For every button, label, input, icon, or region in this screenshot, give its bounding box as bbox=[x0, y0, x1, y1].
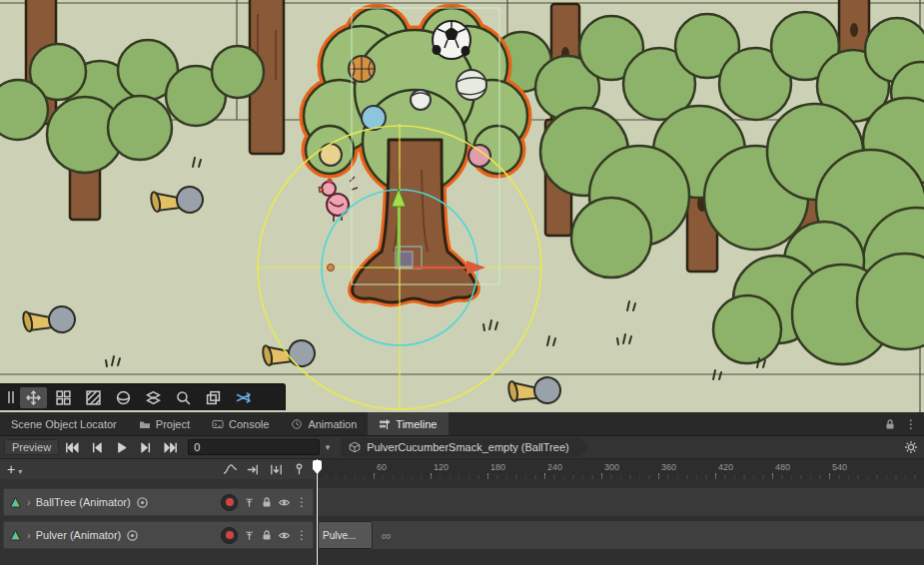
frame-dropdown-icon[interactable]: ▾ bbox=[320, 442, 336, 452]
animator-track-icon bbox=[9, 496, 22, 509]
ruler-tick: 480 bbox=[772, 459, 812, 479]
track-menu-icon[interactable]: ⋮ bbox=[296, 496, 308, 508]
breadcrumb-label: PulverCucumberSmack_empty (BallTree) bbox=[367, 441, 569, 453]
tab-project[interactable]: Project bbox=[128, 412, 201, 435]
clock-icon bbox=[291, 418, 303, 430]
console-icon bbox=[212, 418, 224, 430]
editor-window: Scene Object Locator Project Console Ani… bbox=[0, 0, 924, 565]
tab-label: Timeline bbox=[396, 418, 437, 430]
gear-icon[interactable] bbox=[904, 440, 918, 454]
scene-toolbar bbox=[0, 383, 286, 410]
track-lock-icon[interactable] bbox=[261, 496, 273, 508]
binding-target-icon[interactable] bbox=[136, 496, 149, 509]
add-track-button[interactable]: + ▾ bbox=[7, 462, 22, 476]
timeline-ruler[interactable]: 60 120 180 240 300 360 420 480 540 bbox=[317, 459, 924, 479]
marker-pin-icon[interactable] bbox=[292, 462, 307, 477]
foldout-icon[interactable]: › bbox=[27, 497, 31, 508]
ruler-tick: 180 bbox=[487, 459, 527, 479]
timeline-tracks-area: Pulve... ∞ › BallTree (Animator) ⋮ bbox=[0, 479, 924, 565]
ruler-tick: 60 bbox=[374, 459, 414, 479]
panel-menu-icon[interactable]: ⋮ bbox=[905, 418, 917, 430]
timeline-playback-bar: Preview ▾ PulverCucumberSmack_empty (Bal… bbox=[0, 436, 924, 459]
playhead-line[interactable] bbox=[317, 459, 318, 565]
tab-bar-right: ⋮ bbox=[884, 412, 924, 435]
sphere-tool-icon[interactable] bbox=[110, 387, 137, 408]
panel-tab-bar: Scene Object Locator Project Console Ani… bbox=[0, 412, 924, 436]
curves-icon[interactable] bbox=[223, 462, 238, 477]
timeline-edit-icons bbox=[223, 462, 316, 477]
track-name: Pulver (Animator) bbox=[36, 529, 122, 541]
tab-animation[interactable]: Animation bbox=[280, 412, 368, 435]
preview-toggle-button[interactable]: Preview bbox=[4, 439, 59, 455]
folder-icon bbox=[139, 418, 151, 430]
prefab-cube-icon bbox=[349, 441, 361, 453]
timeline-icon bbox=[379, 418, 391, 430]
ruler-tick: 540 bbox=[829, 459, 869, 479]
binding-target-icon[interactable] bbox=[126, 529, 139, 542]
track-name: BallTree (Animator) bbox=[36, 496, 131, 508]
track-marker-icon[interactable] bbox=[243, 529, 256, 542]
pattern-tool-icon[interactable] bbox=[80, 387, 107, 408]
track-lane-pulver[interactable]: Pulve... ∞ bbox=[317, 521, 924, 549]
record-button[interactable] bbox=[221, 494, 238, 511]
track-eye-icon[interactable] bbox=[278, 529, 291, 542]
scene-view[interactable] bbox=[0, 0, 924, 412]
previous-frame-button[interactable] bbox=[84, 438, 109, 457]
record-button[interactable] bbox=[221, 527, 238, 544]
zoom-tool-icon[interactable] bbox=[170, 387, 197, 408]
move-tool-icon[interactable] bbox=[20, 387, 47, 408]
tab-console[interactable]: Console bbox=[201, 412, 280, 435]
frame-number-input[interactable] bbox=[188, 439, 320, 455]
tab-label: Project bbox=[156, 418, 190, 430]
track-header-balltree[interactable]: › BallTree (Animator) ⋮ bbox=[3, 488, 314, 516]
track-lane-balltree[interactable] bbox=[317, 488, 924, 516]
ruler-tick: 120 bbox=[431, 459, 470, 479]
tab-timeline[interactable]: Timeline bbox=[368, 412, 448, 435]
track-menu-icon[interactable]: ⋮ bbox=[296, 529, 308, 541]
tab-label: Scene Object Locator bbox=[11, 418, 117, 430]
foldout-icon[interactable]: › bbox=[27, 530, 31, 541]
go-to-start-button[interactable] bbox=[59, 438, 84, 457]
track-header-pulver[interactable]: › Pulver (Animator) ⋮ bbox=[3, 521, 314, 549]
scene-canvas[interactable] bbox=[0, 0, 924, 412]
yellow-ball[interactable] bbox=[320, 144, 342, 166]
track-header-column: › BallTree (Animator) ⋮ › Pulver (Animat… bbox=[0, 479, 317, 565]
edge-snap-icon[interactable] bbox=[246, 462, 261, 477]
add-track-label: + bbox=[7, 462, 15, 476]
loop-infinity-icon: ∞ bbox=[382, 521, 391, 549]
track-marker-icon[interactable] bbox=[243, 496, 256, 509]
lock-icon[interactable] bbox=[884, 418, 896, 430]
volleyball[interactable] bbox=[457, 70, 486, 100]
insert-frame-icon[interactable] bbox=[269, 462, 284, 477]
animation-clip[interactable]: Pulve... bbox=[318, 521, 373, 549]
tab-label: Console bbox=[229, 418, 269, 430]
timeline-toolbar: + ▾ bbox=[0, 459, 317, 479]
play-button[interactable] bbox=[109, 438, 134, 457]
animator-track-icon bbox=[9, 529, 22, 542]
tab-label: Animation bbox=[308, 418, 357, 430]
add-track-dropdown-icon: ▾ bbox=[18, 468, 22, 476]
ruler-tick: 360 bbox=[658, 459, 698, 479]
ruler-tick: 420 bbox=[715, 459, 755, 479]
track-eye-icon[interactable] bbox=[278, 496, 291, 509]
next-frame-button[interactable] bbox=[134, 438, 159, 457]
shuffle-tool-icon[interactable] bbox=[230, 387, 257, 408]
timeline-toolbar-row: + ▾ 60 120 180 240 300 360 420 480 540 bbox=[0, 459, 924, 479]
ruler-tick: 300 bbox=[601, 459, 641, 479]
track-lock-icon[interactable] bbox=[261, 529, 273, 541]
toolbar-grip-icon[interactable] bbox=[4, 387, 17, 408]
rotation-gizmo[interactable] bbox=[258, 124, 541, 411]
breadcrumb[interactable]: PulverCucumberSmack_empty (BallTree) bbox=[341, 438, 589, 457]
stack-tool-icon[interactable] bbox=[140, 387, 167, 408]
ruler-tick: 240 bbox=[544, 459, 584, 479]
tilemap-tool-icon[interactable] bbox=[50, 387, 77, 408]
go-to-end-button[interactable] bbox=[159, 438, 184, 457]
layers-tool-icon[interactable] bbox=[200, 387, 227, 408]
tab-scene-object-locator[interactable]: Scene Object Locator bbox=[0, 412, 128, 435]
